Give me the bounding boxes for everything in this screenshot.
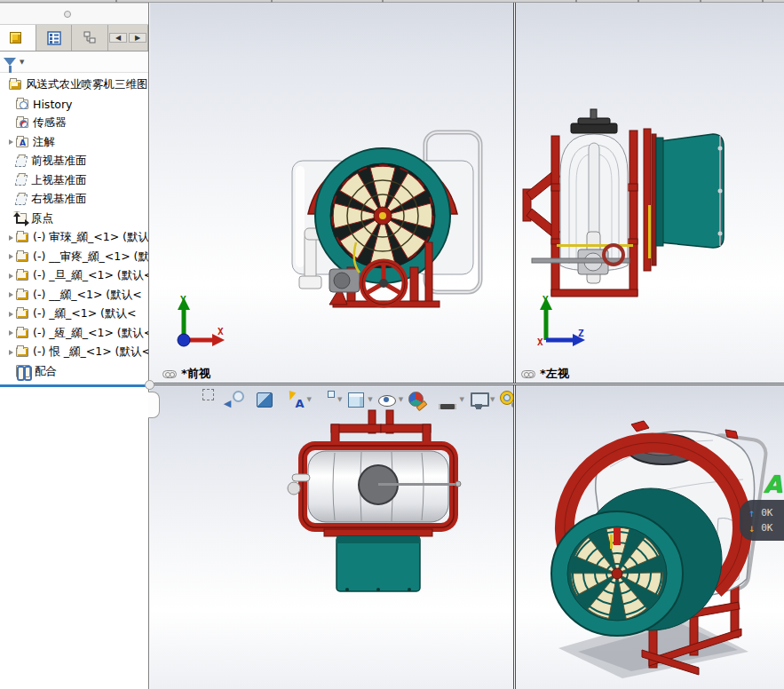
feature-filter-row: ▼ — [0, 51, 148, 73]
dropdown-caret-icon[interactable]: ▼ — [368, 396, 372, 403]
component-icon — [16, 290, 28, 300]
tree-item-label: 传感器 — [33, 115, 67, 131]
tree-item-label: 注解 — [33, 135, 55, 150]
upload-speed-value: 0K — [761, 507, 772, 519]
dropdown-caret-icon[interactable]: ▼ — [490, 396, 495, 403]
filter-icon[interactable] — [4, 58, 16, 66]
download-arrow-icon: ↓ — [748, 522, 755, 535]
expand-arrow-icon[interactable] — [9, 139, 13, 145]
tree-row[interactable]: 上视基准面 — [0, 171, 148, 191]
expand-arrow-icon[interactable] — [9, 254, 13, 259]
tree-row[interactable]: (-) _絚_纐_<1> (默认< — [0, 324, 148, 344]
tree-row[interactable]: 右视基准面 — [0, 190, 148, 210]
left-triad: Y Z X — [532, 294, 589, 349]
filter-caret-icon[interactable]: ▼ — [20, 59, 24, 66]
floating-app-letter: A — [764, 471, 782, 498]
expand-arrow-icon[interactable] — [9, 312, 13, 317]
tree-row[interactable]: (-) _旦_纐_<1> (默认< — [0, 266, 148, 286]
upload-arrow-icon: ↑ — [748, 507, 755, 519]
viewport-front[interactable]: Y X *前视 — [150, 3, 513, 383]
tree-item-label: History — [33, 98, 72, 111]
dropdown-caret-icon[interactable]: ▼ — [399, 396, 403, 403]
tree-item-label: (-) __审疼_纐_<1> (默认 — [33, 249, 148, 265]
tree-item-label: 配合 — [35, 364, 57, 379]
front-view-model[interactable] — [283, 109, 489, 315]
configurationmanager-icon — [83, 31, 97, 45]
tree-item-label: 上视基准面 — [31, 173, 87, 188]
tree-item-label: (-) _纐_<1> (默认< — [33, 306, 136, 321]
expand-arrow-icon[interactable] — [9, 235, 13, 241]
front-triad: Y X — [171, 294, 228, 349]
featuremanager-tab[interactable] — [0, 25, 36, 51]
panel-flyout-tab[interactable] — [148, 392, 160, 418]
measure-icon[interactable] — [498, 389, 513, 410]
zoom-to-fit-icon[interactable] — [162, 389, 184, 410]
expand-arrow-icon[interactable] — [9, 330, 13, 336]
tab-scroll-right-button[interactable]: ▶ — [129, 33, 147, 43]
assembly-icon — [10, 32, 21, 44]
dropdown-caret-icon[interactable]: ▼ — [337, 396, 342, 403]
viewport-isometric[interactable]: A ↑ 0K ↓ 0K — [516, 385, 784, 689]
viewport-top[interactable]: ▼ ▼ ▼ ▼ — [150, 385, 513, 689]
previous-view-icon[interactable] — [224, 389, 245, 410]
view-link-icon — [521, 370, 535, 378]
feature-tree: 风送式农业喷雾机三维图 (默 History 传感器 注 — [0, 73, 148, 381]
tree-item-label: (-) 恨 _纐_<1> (默认< — [33, 344, 148, 360]
propertymanager-icon — [47, 31, 61, 45]
viewport-left[interactable]: Y Z X *左视 — [516, 3, 784, 383]
tree-row[interactable]: (-) 恨 _纐_<1> (默认< — [0, 343, 148, 362]
network-speed-overlay[interactable]: ↑ 0K ↓ 0K — [740, 500, 784, 541]
featuremanager-panel: ◀ ▶ ▼ 风送式农业喷雾机三维图 (默 History — [0, 3, 149, 689]
tab-scroll-left-button[interactable]: ◀ — [109, 33, 127, 43]
expand-arrow-icon[interactable] — [9, 292, 13, 297]
tree-row[interactable]: 风送式农业喷雾机三维图 (默 — [0, 75, 148, 95]
tree-item-label: 原点 — [31, 211, 53, 226]
dropdown-caret-icon[interactable]: ▼ — [460, 396, 464, 403]
tree-item-label: 前视基准面 — [31, 154, 87, 169]
left-view-model[interactable] — [521, 107, 738, 319]
tree-item-label: 右视基准面 — [31, 192, 87, 207]
mates-icon — [16, 365, 30, 377]
tree-row[interactable]: 原点 — [0, 210, 148, 229]
svg-text:Z: Z — [578, 328, 584, 339]
tree-row[interactable]: 前视基准面 — [0, 152, 148, 171]
svg-text:Y: Y — [542, 294, 549, 305]
tab-scroll-group: ◀ ▶ — [108, 25, 148, 51]
component-icon — [16, 271, 28, 281]
download-speed-value: 0K — [761, 522, 772, 534]
tree-row[interactable]: 传感器 — [0, 114, 148, 133]
panel-grip[interactable] — [0, 3, 148, 25]
expand-arrow-icon[interactable] — [9, 273, 13, 279]
viewport-vertical-divider[interactable] — [513, 3, 516, 689]
sensors-folder-icon — [16, 118, 28, 128]
tree-item-label: (-) __纐_<1> (默认< — [33, 288, 142, 303]
svg-text:X: X — [218, 326, 224, 337]
panel-splitter[interactable] — [0, 384, 148, 387]
assembly-icon — [9, 80, 21, 90]
front-view-label: *前视 — [162, 366, 210, 382]
propertymanager-tab[interactable] — [36, 25, 73, 51]
dropdown-caret-icon[interactable]: ▼ — [307, 396, 312, 403]
tree-item-label: (-) _旦_纐_<1> (默认< — [33, 268, 148, 283]
component-icon — [16, 233, 28, 242]
svg-text:X: X — [537, 337, 543, 348]
tree-row[interactable]: 配合 — [0, 362, 148, 382]
viewport-horizontal-divider[interactable] — [150, 383, 784, 385]
tree-row[interactable]: (-) _纐_<1> (默认< — [0, 305, 148, 324]
solidworks-window: ◀ ▶ ▼ 风送式农业喷雾机三维图 (默 History — [0, 0, 784, 689]
tree-row[interactable]: 注解 — [0, 133, 148, 153]
tree-row[interactable]: History — [0, 95, 148, 115]
component-icon — [16, 252, 28, 262]
panel-splitter-knob[interactable] — [145, 380, 154, 390]
component-icon — [16, 329, 28, 338]
zoom-to-area-icon[interactable] — [193, 389, 214, 410]
tree-row[interactable]: (-) __纐_<1> (默认< — [0, 286, 148, 305]
left-view-label: *左视 — [521, 366, 569, 382]
tree-row[interactable]: (-) __审疼_纐_<1> (默认 — [0, 248, 148, 267]
origin-icon — [16, 213, 27, 224]
configurationmanager-tab[interactable] — [72, 25, 108, 51]
panel-grip-knob[interactable] — [64, 11, 71, 18]
expand-arrow-icon[interactable] — [9, 350, 13, 355]
top-view-model[interactable] — [265, 407, 491, 618]
tree-row[interactable]: (-) 审琜_纐_<1> (默认< — [0, 228, 148, 248]
